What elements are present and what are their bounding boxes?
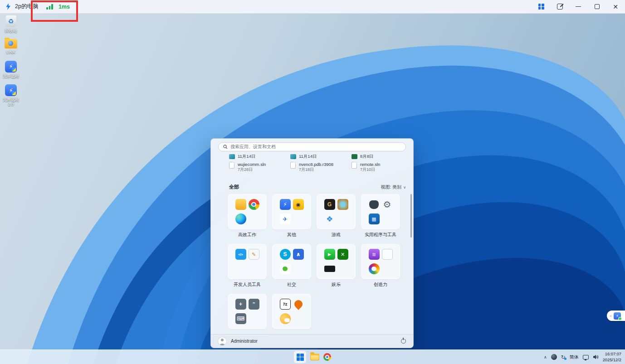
start-search-input[interactable]: 搜索应用、设置和文档 <box>218 142 406 151</box>
desktop-icon-label: LINK <box>6 50 15 54</box>
category-tile[interactable]: ≋创造力 <box>361 244 400 287</box>
minimize-icon <box>576 6 581 7</box>
maximize-button[interactable] <box>593 3 601 11</box>
document-icon <box>352 162 357 169</box>
search-placeholder: 搜索应用、设置和文档 <box>230 144 276 150</box>
recent-item[interactable]: 11月14日 <box>229 153 255 160</box>
media-cluster-icon <box>338 264 348 274</box>
start-menu-scrollbar[interactable] <box>410 194 412 238</box>
remote-desktop-window: 2p的电脑 1ms ✕ ♻回收站LINK⚡无界远程⚡无界远程2.0 <box>0 0 625 364</box>
blank-doc-icon <box>382 249 393 260</box>
hearthstone-icon <box>337 199 348 210</box>
apps-grid-button[interactable] <box>537 3 545 11</box>
annotation-highlight <box>31 0 78 22</box>
display-tray-icon[interactable] <box>583 355 589 359</box>
recommended-file[interactable]: wujiecomm.sln7月28日 <box>229 162 266 173</box>
category-tile-card: ▶✕ <box>317 244 356 279</box>
xbox-icon: ✕ <box>337 249 348 260</box>
chrome-button[interactable] <box>323 353 331 361</box>
desktop-icon[interactable]: ⚡无界远程2.0 <box>1 84 21 107</box>
start-menu-user-bar: Administrator <box>211 334 413 348</box>
window-titlebar: 2p的电脑 1ms ✕ <box>0 0 625 14</box>
category-tile-card: ≋ <box>361 244 400 279</box>
remote-desktop-viewport[interactable]: ♻回收站LINK⚡无界远程⚡无界远程2.0 搜索应用、设置和文档 11月14日1… <box>0 14 625 364</box>
desktop-icon-label: 无界远程 <box>3 74 19 78</box>
file-explorer-button[interactable] <box>310 354 319 360</box>
clipchamp-icon: ≋ <box>369 249 380 260</box>
skype-icon: S <box>280 249 291 260</box>
recent-item-date: 11月14日 <box>299 154 317 160</box>
category-tile[interactable]: </>✎开发人员工具 <box>228 244 267 287</box>
photos-cluster-icon <box>293 314 303 324</box>
desktop-icon[interactable]: ♻回收站 <box>1 15 21 33</box>
minimize-button[interactable] <box>574 3 582 11</box>
remote-assist-floating-widget[interactable]: « ⚡ <box>607 311 625 321</box>
remote-app-bubble-icon: ⚡ <box>614 312 621 320</box>
tools-cluster-icon <box>382 214 392 224</box>
cat-tool-icon <box>369 200 379 209</box>
category-tile[interactable]: +❞⌨ <box>228 294 267 337</box>
folder-icon <box>235 199 246 210</box>
paper-plane-app-icon: ✈ <box>280 214 291 224</box>
volume-icon[interactable] <box>593 354 599 359</box>
category-label: 高效工作 <box>238 232 256 238</box>
wujie-app-icon: ⚡ <box>280 199 291 210</box>
recommended-file[interactable]: remote.sln7月10日 <box>352 162 380 173</box>
category-tile[interactable]: ⚡◉✈其他 <box>272 194 311 238</box>
tray-clock[interactable]: 16:07:07 2025/12/2 <box>603 351 621 362</box>
butterfly-icon: ❖ <box>324 214 335 224</box>
document-icon <box>229 162 234 169</box>
file-name: wujiecomm.sln <box>238 162 266 167</box>
file-date: 7月28日 <box>238 167 266 173</box>
image-editor-icon: ✎ <box>249 249 259 260</box>
category-tile[interactable]: 高效工作 <box>228 194 267 238</box>
category-tile-card: G❖ <box>317 194 356 229</box>
media-drive-icon <box>324 266 335 272</box>
start-button[interactable] <box>294 351 306 363</box>
file-name: remote.sln <box>360 162 380 167</box>
games-cluster-icon <box>338 214 348 224</box>
category-tile[interactable]: ⚙▦实用程序与工具 <box>361 194 400 238</box>
view-selector-label: 视图: 类别 <box>381 184 402 190</box>
user-name[interactable]: Administrator <box>231 339 258 344</box>
search-icon <box>223 145 228 149</box>
view-selector[interactable]: 视图: 类别 ∨ <box>381 184 406 190</box>
file-text: wujiecomm.sln7月28日 <box>238 162 266 173</box>
taskbar: ∧ ↻ 简体 16:07:07 2025/12/2 <box>0 349 625 364</box>
hidden-icons-chevron[interactable]: ∧ <box>544 355 547 359</box>
compose-note-button[interactable] <box>556 3 564 11</box>
all-apps-label: 全部 <box>229 184 239 190</box>
ime-indicator[interactable]: 简体 <box>570 354 579 360</box>
desktop-icon[interactable]: LINK <box>1 39 21 54</box>
apps-grid-icon <box>538 4 544 10</box>
category-tile[interactable]: 7z <box>272 294 311 337</box>
close-button[interactable]: ✕ <box>611 3 620 11</box>
category-tile[interactable]: S∧社交 <box>272 244 311 287</box>
tray-date: 2025/12/2 <box>603 357 621 363</box>
folder-icon <box>5 39 17 49</box>
7zip-icon: 7z <box>280 299 291 310</box>
power-button[interactable] <box>401 339 406 344</box>
category-label: 社交 <box>287 281 296 287</box>
compose-note-icon <box>557 4 563 10</box>
category-tile[interactable]: G❖游戏 <box>317 194 356 238</box>
document-icon <box>290 162 296 169</box>
sync-tray-icon[interactable]: ↻ <box>561 354 566 360</box>
collapse-chevrons-icon: « <box>610 314 612 318</box>
start-menu: 搜索应用、设置和文档 11月14日11月14日8月8日 wujiecomm.sl… <box>210 138 414 348</box>
chrome-icon <box>249 199 259 210</box>
user-avatar[interactable] <box>218 337 226 345</box>
category-tile[interactable]: ▶✕娱乐 <box>317 244 356 287</box>
recent-item[interactable]: 11月14日 <box>290 153 317 160</box>
maps-pin-icon <box>293 298 304 310</box>
desktop-icon[interactable]: ⚡无界远程 <box>1 61 21 78</box>
file-text: nvenc8.pdb.r39087月18日 <box>299 162 333 173</box>
category-label: 开发人员工具 <box>234 281 261 287</box>
mountain-app-icon: ∧ <box>293 249 304 260</box>
browser-tray-icon[interactable] <box>551 354 557 360</box>
narrator-icon: ❞ <box>249 299 259 310</box>
file-text: remote.sln7月10日 <box>360 162 380 173</box>
recent-item[interactable]: 8月8日 <box>352 153 374 160</box>
recommended-file[interactable]: nvenc8.pdb.r39087月18日 <box>290 162 333 173</box>
excel-file-icon <box>352 154 357 159</box>
